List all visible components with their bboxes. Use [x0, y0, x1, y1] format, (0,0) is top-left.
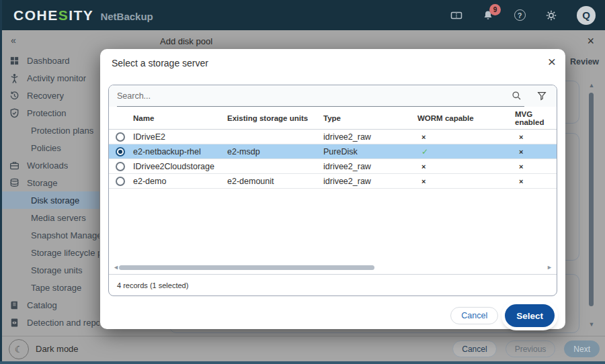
- search-icon[interactable]: [512, 91, 522, 101]
- workloads-briefcase-icon: [9, 160, 19, 171]
- table-row[interactable]: IDrivee2Cloudstorage idrivee2_raw × ×: [109, 159, 557, 174]
- license-icon[interactable]: [450, 9, 462, 21]
- sidebar-item-catalog[interactable]: Catalog: [0, 296, 99, 314]
- window-bottom-edge: [0, 361, 605, 364]
- mvg-flag: ×: [515, 177, 557, 185]
- page-footer: ☾ Dark mode Cancel Previous Next: [0, 336, 605, 361]
- catalog-book-icon: [9, 300, 19, 310]
- col-existing-storage-units[interactable]: Existing storage units: [227, 114, 323, 122]
- worm-flag: ×: [417, 177, 515, 185]
- col-worm-capable[interactable]: WORM capable: [417, 114, 515, 122]
- app-header: COHESITY NetBackup 9 ? Q: [0, 0, 605, 30]
- table-row[interactable]: e2-demo e2-demounit idrivee2_raw × ×: [109, 174, 557, 189]
- help-icon[interactable]: ?: [514, 9, 526, 21]
- dialog-title: Select a storage server: [112, 58, 208, 69]
- notifications-bell-icon[interactable]: 9: [482, 9, 494, 21]
- detection-report-icon: [9, 317, 19, 328]
- dark-mode-toggle[interactable]: ☾ Dark mode: [9, 339, 79, 359]
- scroll-right-icon[interactable]: ►: [547, 265, 553, 271]
- sidebar-item-protection[interactable]: Protection: [0, 104, 99, 122]
- notification-badge: 9: [489, 4, 501, 15]
- sidebar-item-storage[interactable]: Storage: [0, 174, 99, 191]
- sidebar-item-snapshot-manager[interactable]: Snapshot Manage: [0, 226, 99, 244]
- sidebar-item-storage-lifecycle[interactable]: Storage lifecycle p: [0, 244, 99, 261]
- search-input[interactable]: [117, 91, 509, 101]
- sidebar-item-recovery[interactable]: Recovery: [0, 87, 99, 104]
- page-close-icon[interactable]: ×: [587, 35, 594, 47]
- table-empty-area: [109, 189, 557, 262]
- cohesity-logo: COHESITY NetBackup: [13, 7, 153, 24]
- moon-icon: ☾: [9, 339, 29, 359]
- row-radio[interactable]: [116, 162, 125, 171]
- table-row-selected[interactable]: e2-netbackup-rhel e2-msdp PureDisk ✓ ×: [109, 144, 557, 159]
- dashboard-icon: [9, 55, 19, 66]
- sidebar-item-protection-plans[interactable]: Protection plans: [0, 122, 99, 139]
- scroll-down-icon[interactable]: ▼: [588, 321, 595, 328]
- sidebar-collapse-button[interactable]: «: [11, 35, 16, 46]
- select-storage-server-dialog: Select a storage server × Name Existing …: [100, 49, 565, 329]
- worm-flag: ×: [417, 133, 515, 141]
- page-title: Add disk pool: [160, 36, 212, 46]
- wizard-cancel-button[interactable]: Cancel: [452, 340, 496, 357]
- sidebar-item-tape-storage[interactable]: Tape storage: [0, 279, 99, 296]
- sidebar-item-activity-monitor[interactable]: Activity monitor: [0, 69, 99, 87]
- horizontal-scroll-thumb[interactable]: [119, 265, 374, 270]
- mvg-flag: ×: [515, 163, 557, 171]
- mvg-flag: ×: [515, 133, 557, 141]
- storage-server-table: Name Existing storage units Type WORM ca…: [108, 85, 557, 296]
- table-row[interactable]: IDriveE2 idrivee2_raw × ×: [109, 130, 557, 144]
- col-type[interactable]: Type: [323, 114, 417, 122]
- protection-shield-icon: [9, 107, 19, 118]
- window-left-edge: [0, 0, 2, 364]
- search-field[interactable]: [117, 85, 524, 107]
- row-radio-selected[interactable]: [116, 147, 125, 156]
- settings-gear-icon[interactable]: [545, 9, 557, 21]
- sidebar: Dashboard Activity monitor Recovery Prot…: [0, 52, 99, 336]
- wizard-next-button[interactable]: Next: [564, 340, 600, 357]
- brand-s-glyph: S: [58, 7, 69, 23]
- mvg-flag: ×: [515, 148, 557, 156]
- dialog-close-icon[interactable]: ×: [548, 54, 556, 69]
- dialog-cancel-button[interactable]: Cancel: [450, 307, 498, 324]
- sidebar-item-storage-units[interactable]: Storage units: [0, 261, 99, 279]
- storage-disks-icon: [9, 177, 19, 188]
- table-search-row: [109, 85, 557, 107]
- sidebar-item-disk-storage[interactable]: Disk storage: [0, 191, 99, 209]
- filter-funnel-icon[interactable]: [537, 91, 547, 101]
- sidebar-item-policies[interactable]: Policies: [0, 139, 99, 156]
- brand-text: COHESITY: [13, 7, 93, 24]
- records-summary: 4 records (1 selected): [109, 274, 557, 295]
- recovery-history-icon: [9, 90, 19, 101]
- wizard-previous-button[interactable]: Previous: [506, 340, 556, 357]
- product-name: NetBackup: [100, 11, 153, 22]
- table-horizontal-scrollbar[interactable]: ◄ ►: [109, 262, 557, 274]
- col-mvg-enabled[interactable]: MVG enabled: [515, 110, 557, 126]
- worm-flag: ×: [417, 163, 515, 171]
- table-header-row: Name Existing storage units Type WORM ca…: [109, 107, 557, 130]
- sidebar-item-detection-reporting[interactable]: Detection and repor: [0, 314, 99, 331]
- sidebar-item-dashboard[interactable]: Dashboard: [0, 52, 99, 69]
- page-vertical-scrollbar[interactable]: ▲ ▼: [588, 82, 595, 328]
- dialog-select-button[interactable]: Select: [505, 304, 555, 327]
- scroll-left-icon[interactable]: ◄: [113, 265, 119, 271]
- sidebar-item-media-servers[interactable]: Media servers: [0, 209, 99, 226]
- user-avatar[interactable]: Q: [577, 6, 596, 25]
- step-review-label: Review: [570, 57, 599, 66]
- vertical-scroll-thumb[interactable]: [589, 93, 594, 306]
- row-radio[interactable]: [116, 177, 125, 186]
- worm-flag-check: ✓: [417, 147, 515, 156]
- sidebar-item-workloads[interactable]: Workloads: [0, 156, 99, 174]
- col-name[interactable]: Name: [133, 114, 227, 122]
- row-radio[interactable]: [116, 132, 125, 142]
- scroll-up-icon[interactable]: ▲: [588, 82, 595, 89]
- activity-monitor-icon: [9, 73, 19, 83]
